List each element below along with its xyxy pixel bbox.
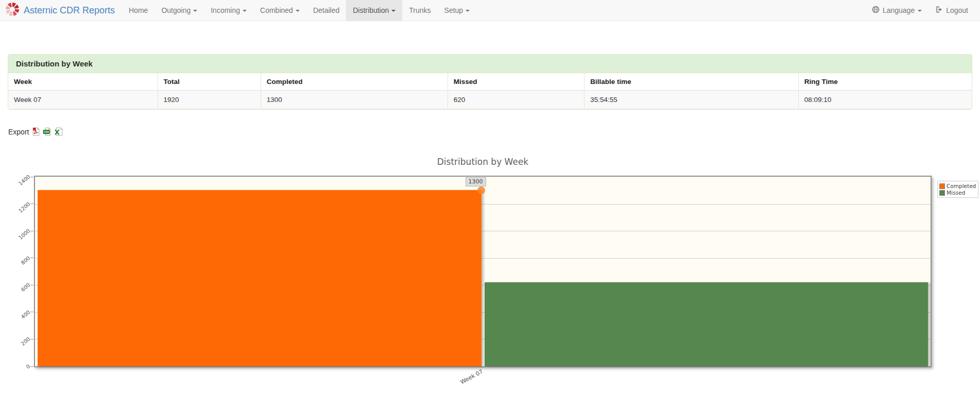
col-header-completed: Completed — [261, 73, 448, 91]
export-bar: Export CSV — [8, 127, 972, 136]
cell-week: Week 07 — [8, 91, 158, 109]
cell-billable: 35:54:55 — [584, 91, 798, 109]
chevron-down-icon — [296, 10, 300, 12]
y-axis-tick — [30, 258, 33, 258]
table-row: Week 07 1920 1300 620 35:54:55 08:09:10 — [8, 91, 972, 109]
nav-label: Setup — [444, 6, 463, 14]
y-axis-tick — [30, 203, 33, 204]
chevron-down-icon — [193, 10, 197, 12]
y-axis-tick — [30, 312, 33, 312]
chart-canvas: 1300 CompletedMissed 0200400600800100012… — [8, 176, 972, 367]
y-tick-label: 800 — [12, 255, 31, 272]
nav-item-detailed[interactable]: Detailed — [306, 0, 346, 21]
chevron-down-icon — [466, 10, 470, 12]
y-axis-tick — [30, 366, 33, 367]
cell-total: 1920 — [158, 91, 261, 109]
logout-button[interactable]: Logout — [929, 0, 975, 21]
logout-label: Logout — [946, 6, 968, 14]
csv-export-icon[interactable]: CSV — [43, 127, 51, 136]
col-header-billable: Billable time — [584, 73, 798, 91]
nav-item-trunks[interactable]: Trunks — [402, 0, 437, 21]
chevron-down-icon — [391, 10, 396, 12]
chart: Distribution by Week 1300 CompletedMisse… — [8, 157, 972, 367]
cell-ringtime: 08:09:10 — [798, 91, 972, 109]
y-tick-label: 400 — [12, 309, 31, 326]
y-tick-label: 0 — [12, 363, 31, 380]
report-table: Week Total Completed Missed Billable tim… — [8, 73, 972, 109]
x-tick-label: Week 07 — [459, 368, 484, 386]
y-tick-label: 1000 — [12, 228, 31, 245]
nav-label: Incoming — [211, 6, 240, 14]
nav-item-home[interactable]: Home — [122, 0, 154, 21]
logout-icon — [935, 6, 943, 15]
col-header-missed: Missed — [448, 73, 584, 91]
svg-text:CSV: CSV — [44, 131, 50, 133]
navbar: Asternic CDR Reports Home Outgoing Incom… — [0, 0, 980, 21]
legend-entry: Completed — [939, 183, 976, 189]
chart-legend: CompletedMissed — [937, 181, 978, 198]
col-header-total: Total — [158, 73, 261, 91]
y-tick-label: 1400 — [12, 174, 31, 191]
plot-area[interactable]: 1300 — [34, 176, 932, 367]
export-label: Export — [8, 128, 29, 136]
y-axis-tick — [30, 177, 33, 177]
nav-item-setup[interactable]: Setup — [438, 0, 477, 21]
report-panel: Distribution by Week Week Total Complete… — [8, 54, 972, 110]
y-tick-label: 1200 — [12, 201, 31, 218]
globe-icon — [872, 6, 880, 15]
excel-export-icon[interactable] — [54, 127, 63, 136]
brand-link[interactable]: Asternic CDR Reports — [0, 0, 122, 21]
nav-label: Trunks — [409, 6, 431, 14]
chevron-down-icon — [243, 10, 247, 12]
y-axis-tick — [30, 285, 33, 285]
y-tick-label: 600 — [12, 282, 31, 299]
nav-label: Home — [129, 6, 148, 14]
nav-item-combined[interactable]: Combined — [253, 0, 306, 21]
chart-title: Distribution by Week — [34, 157, 932, 167]
cell-missed: 620 — [448, 91, 584, 109]
bar-completed[interactable] — [38, 190, 482, 366]
panel-title: Distribution by Week — [8, 55, 972, 73]
page-content: Distribution by Week Week Total Complete… — [0, 21, 980, 367]
highlight-marker — [477, 186, 485, 194]
legend-swatch-icon — [939, 183, 945, 189]
nav-item-incoming[interactable]: Incoming — [204, 0, 253, 21]
language-menu[interactable]: Language — [865, 0, 929, 21]
nav-label: Combined — [260, 6, 293, 14]
col-header-ringtime: Ring Time — [798, 73, 972, 91]
nav-label: Detailed — [313, 6, 339, 14]
nav-item-distribution[interactable]: Distribution — [346, 0, 402, 21]
chevron-down-icon — [918, 10, 922, 12]
y-axis-tick — [30, 231, 33, 231]
cell-completed: 1300 — [261, 91, 448, 109]
table-header-row: Week Total Completed Missed Billable tim… — [8, 73, 972, 91]
asternic-logo-icon — [5, 2, 20, 19]
language-label: Language — [883, 6, 915, 14]
brand-title: Asternic CDR Reports — [24, 5, 115, 16]
bar-missed[interactable] — [485, 282, 929, 366]
legend-label: Missed — [947, 190, 965, 196]
nav-label: Outgoing — [161, 6, 191, 14]
nav-item-outgoing[interactable]: Outgoing — [154, 0, 204, 21]
legend-entry: Missed — [939, 190, 976, 196]
y-axis-tick — [30, 339, 33, 339]
nav-label: Distribution — [353, 6, 389, 14]
legend-label: Completed — [947, 183, 976, 189]
legend-swatch-icon — [939, 190, 945, 196]
pdf-export-icon[interactable] — [31, 127, 40, 136]
y-tick-label: 200 — [12, 336, 31, 353]
col-header-week: Week — [8, 73, 158, 91]
chart-tooltip: 1300 — [466, 177, 486, 186]
